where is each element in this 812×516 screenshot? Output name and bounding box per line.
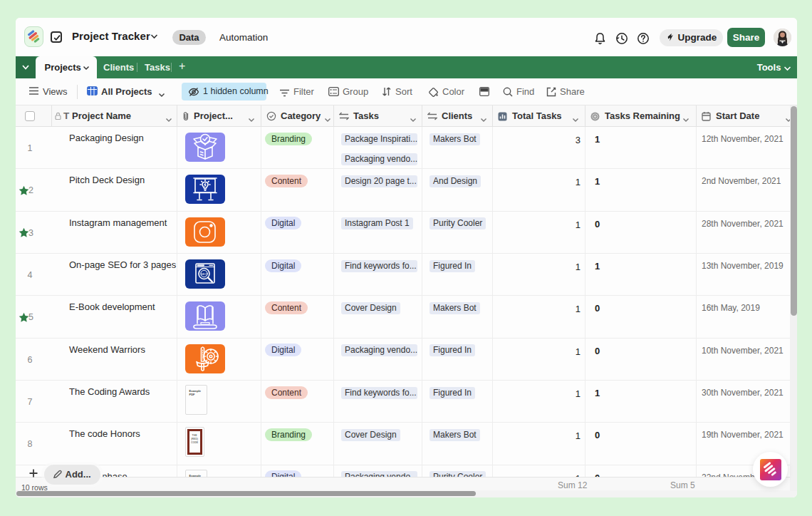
svg-text:SEO: SEO [201, 272, 208, 276]
